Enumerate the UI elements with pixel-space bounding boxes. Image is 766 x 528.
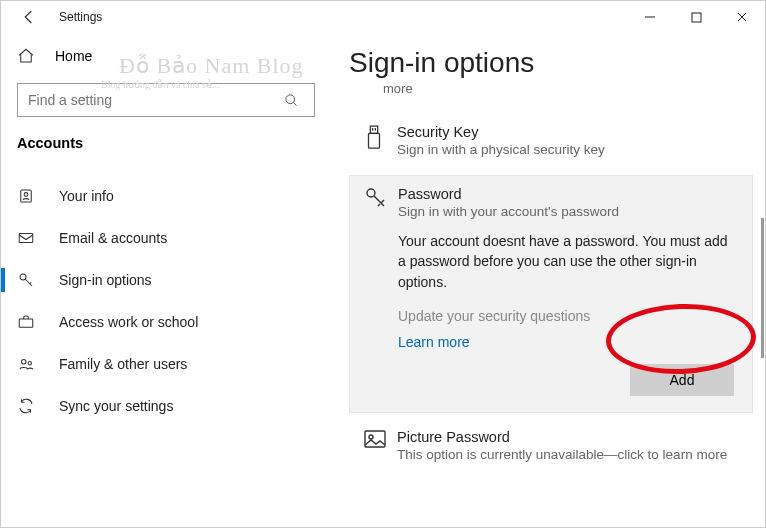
more-caption: more <box>383 81 753 96</box>
update-questions[interactable]: Update your security questions <box>398 308 738 324</box>
nav-label: Family & other users <box>59 356 187 372</box>
person-icon <box>17 187 39 205</box>
sidebar: Đỗ Bảo Nam Blog Blog hướng dẫn và chia s… <box>1 33 331 527</box>
nav-label: Access work or school <box>59 314 198 330</box>
sync-icon <box>17 397 39 415</box>
nav-label: Your info <box>59 188 114 204</box>
option-password[interactable]: Password Sign in with your account's pas… <box>349 175 753 413</box>
svg-rect-1 <box>692 13 701 22</box>
window-controls <box>627 1 765 33</box>
nav-family-users[interactable]: Family & other users <box>1 343 331 385</box>
key-icon <box>17 271 39 289</box>
svg-rect-11 <box>370 126 377 133</box>
svg-point-7 <box>20 274 26 280</box>
svg-rect-6 <box>19 234 33 243</box>
home-icon <box>17 47 39 65</box>
minimize-button[interactable] <box>627 1 673 33</box>
svg-rect-8 <box>19 319 33 327</box>
option-desc: Sign in with a physical security key <box>397 142 739 157</box>
option-desc: This option is currently unavailable—cli… <box>397 447 739 462</box>
option-name: Password <box>398 186 738 202</box>
picture-icon <box>363 429 397 462</box>
nav-label: Sync your settings <box>59 398 173 414</box>
nav-your-info[interactable]: Your info <box>1 175 331 217</box>
svg-point-2 <box>286 94 295 103</box>
svg-point-9 <box>22 360 27 365</box>
section-title: Accounts <box>1 135 331 169</box>
nav-sync-settings[interactable]: Sync your settings <box>1 385 331 427</box>
key-icon <box>364 186 398 396</box>
svg-point-15 <box>367 189 375 197</box>
back-button[interactable] <box>17 5 41 29</box>
home-label: Home <box>55 48 92 64</box>
mail-icon <box>17 229 39 247</box>
page-title: Sign-in options <box>349 47 753 79</box>
search-icon <box>284 93 314 108</box>
scrollbar[interactable] <box>761 218 764 358</box>
svg-point-10 <box>28 362 31 365</box>
nav-label: Email & accounts <box>59 230 167 246</box>
svg-point-17 <box>369 435 373 439</box>
nav: Your info Email & accounts Sign-in optio… <box>1 175 331 427</box>
briefcase-icon <box>17 313 39 331</box>
add-button[interactable]: Add <box>630 364 734 396</box>
svg-line-3 <box>293 102 296 105</box>
main-panel: Sign-in options more Security Key Sign i… <box>331 33 765 527</box>
nav-label: Sign-in options <box>59 272 152 288</box>
option-name: Security Key <box>397 124 739 140</box>
usb-key-icon <box>363 124 397 157</box>
people-icon <box>17 355 39 373</box>
svg-rect-16 <box>365 431 385 447</box>
search-input[interactable] <box>18 92 284 108</box>
option-security-key[interactable]: Security Key Sign in with a physical sec… <box>349 114 753 169</box>
option-desc: Sign in with your account's password <box>398 204 738 219</box>
learn-more-link[interactable]: Learn more <box>398 334 738 350</box>
svg-point-5 <box>24 193 28 197</box>
nav-access-work[interactable]: Access work or school <box>1 301 331 343</box>
window-title: Settings <box>59 10 102 24</box>
option-name: Picture Password <box>397 429 739 445</box>
svg-rect-12 <box>369 133 380 148</box>
option-picture-password[interactable]: Picture Password This option is currentl… <box>349 419 753 474</box>
maximize-button[interactable] <box>673 1 719 33</box>
home-button[interactable]: Home <box>1 39 331 73</box>
nav-email-accounts[interactable]: Email & accounts <box>1 217 331 259</box>
password-message: Your account doesnt have a password. You… <box>398 231 738 292</box>
search-box[interactable] <box>17 83 315 117</box>
nav-sign-in-options[interactable]: Sign-in options <box>1 259 331 301</box>
close-button[interactable] <box>719 1 765 33</box>
